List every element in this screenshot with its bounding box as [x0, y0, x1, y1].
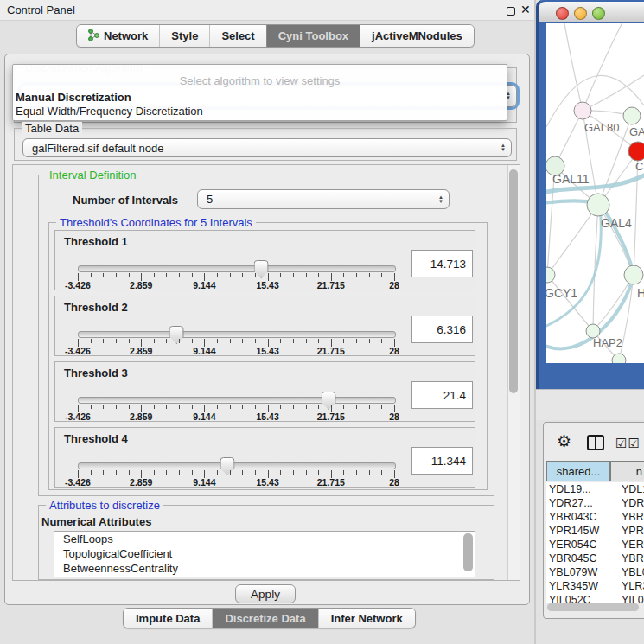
threshold-1-value-field[interactable]: 14.713 [411, 250, 473, 277]
close-icon[interactable]: ✕ [520, 3, 531, 16]
node-label: GAL4 [601, 216, 632, 230]
threshold-1-slider[interactable] [78, 265, 396, 272]
close-traffic-light-icon[interactable] [556, 7, 569, 20]
tab-style[interactable]: Style [159, 25, 209, 47]
table-panel-titlebar: Table Panel [536, 389, 644, 420]
apply-button[interactable]: Apply [235, 584, 296, 603]
threshold-4-slider[interactable] [78, 462, 396, 469]
dropdown-item-manual-discretization[interactable]: Manual Discretization [16, 91, 131, 105]
gear-icon[interactable]: ⚙ [557, 431, 571, 451]
node-label: H [637, 286, 644, 300]
list-item[interactable]: TopologicalCoefficient [54, 546, 475, 561]
tab-cyni-toolbox[interactable]: Cyni Toolbox [266, 25, 360, 47]
split-columns-icon[interactable] [587, 435, 604, 453]
slider-scale-labels: -3.4262.8599.14415.4321.71528 [78, 346, 394, 356]
node-label: C [635, 160, 643, 173]
threshold-4-value-field[interactable]: 11.344 [411, 447, 473, 475]
network-node[interactable] [623, 107, 641, 124]
table-row[interactable]: YBL079WYBL0 [546, 565, 644, 579]
threshold-2-label: Threshold 2 [64, 301, 128, 314]
threshold-3-label: Threshold 3 [64, 367, 128, 379]
bottom-tab-bar: Impute Data Discretize Data Infer Networ… [123, 608, 416, 628]
column-header-shared[interactable]: shared... [546, 461, 610, 481]
threshold-3-value-field[interactable]: 21.4 [411, 381, 473, 409]
slider-scale-labels: -3.4262.8599.14415.4321.71528 [78, 477, 394, 488]
network-node-gal80[interactable] [574, 102, 591, 119]
vertical-scrollbar-thumb[interactable] [509, 169, 518, 393]
table-row[interactable]: YBR043CYBR0 [546, 510, 644, 524]
threshold-1-label: Threshold 1 [64, 235, 128, 248]
node-label: HAP2 [593, 336, 622, 349]
interval-definition-title: Interval Definition [46, 169, 139, 182]
horizontal-scrollbar-thumb[interactable] [547, 603, 639, 611]
threshold-4-panel: Threshold 4 -3.4262.8599.14415.4321.7152… [54, 427, 475, 488]
network-icon [88, 29, 99, 44]
combo-arrows-icon: ▲▼ [433, 195, 449, 204]
zoom-traffic-light-icon[interactable] [592, 7, 605, 20]
table-row[interactable]: YDR27...YDR2 [546, 496, 644, 510]
column-header-name[interactable]: n [610, 461, 644, 481]
table-data-title: Table Data [22, 122, 82, 135]
control-panel-title: Control Panel [7, 3, 75, 16]
table-row[interactable]: YBR045CYBR0 [546, 552, 644, 565]
dropdown-hint: Select algorithm to view settings [13, 74, 507, 87]
network-node[interactable] [624, 265, 643, 284]
node-label: GA [629, 125, 644, 138]
table-row[interactable]: YLR345WYLR3 [546, 579, 644, 593]
float-window-icon[interactable] [507, 7, 515, 16]
threshold-1-panel: Threshold 1 -3.4262.8599.14415.4321.7152… [54, 230, 475, 290]
network-node-gal4[interactable] [587, 194, 609, 216]
algorithm-dropdown-popup: Select algorithm to view settings Manual… [12, 64, 507, 121]
number-of-intervals-label: Number of Intervals [73, 194, 178, 207]
list-item[interactable]: BetweennessCentrality [54, 561, 475, 576]
checkbox-icons[interactable]: ☑☑ [615, 436, 641, 451]
control-panel-titlebar: Control Panel ✕ [0, 0, 534, 21]
threshold-3-slider[interactable] [78, 397, 396, 404]
top-tab-bar: Network Style Select Cyni Toolbox jActiv… [76, 24, 475, 48]
screen: Control Panel ✕ Network Style Select Cyn… [0, 0, 644, 644]
node-label: GCY1 [546, 286, 577, 300]
network-graph: GAL80 GA C GAL11 GAL4 GCY1 H HAP2 [546, 23, 644, 363]
threshold-4-label: Threshold 4 [64, 432, 128, 445]
thresholds-group-title: Threshold's Coordinates for 5 Intervals [56, 216, 256, 229]
number-of-intervals-combobox[interactable]: 5 ▲▼ [197, 189, 450, 209]
node-label: GAL80 [584, 121, 619, 134]
table-data-combobox[interactable]: galFiltered.sif default node ▲▼ [22, 138, 512, 157]
table-row[interactable]: YDL19...YDL1 [546, 482, 644, 496]
tab-network[interactable]: Network [77, 25, 159, 47]
node-table[interactable]: YDL19...YDL1 YDR27...YDR2 YBR043CYBR0 YP… [546, 482, 644, 603]
table-row[interactable]: YPR145WYPR1 [546, 524, 644, 538]
tab-discretize-data[interactable]: Discretize Data [212, 609, 317, 628]
minimize-traffic-light-icon[interactable] [574, 7, 587, 20]
dropdown-item-equal-width-frequency[interactable]: Equal Width/Frequency Discretization [16, 105, 203, 118]
combo-arrows-icon: ▲▼ [495, 143, 511, 152]
threshold-2-panel: Threshold 2 -3.4262.8599.14415.4321.7152… [54, 296, 475, 356]
table-row[interactable]: YIL052CYIL0 [546, 593, 644, 603]
table-row[interactable]: YER054CYER0 [546, 538, 644, 552]
numerical-attributes-list[interactable]: SelfLoops TopologicalCoefficient Between… [54, 531, 475, 577]
attributes-group-title: Attributes to discretize [46, 499, 163, 512]
slider-scale-labels: -3.4262.8599.14415.4321.71528 [78, 280, 394, 290]
network-node-gcy1[interactable] [546, 267, 555, 283]
node-label: GAL11 [552, 172, 590, 186]
tab-jactivemnodules[interactable]: jActiveMNodules [360, 25, 474, 47]
network-node[interactable] [612, 354, 626, 363]
list-scrollbar-thumb[interactable] [463, 533, 473, 571]
network-window-titlebar[interactable] [539, 2, 644, 22]
list-item[interactable]: SelfLoops [54, 532, 475, 546]
network-node-selected-red[interactable] [628, 142, 644, 161]
tab-infer-network[interactable]: Infer Network [318, 609, 415, 628]
tab-select[interactable]: Select [209, 25, 265, 47]
slider-scale-labels: -3.4262.8599.14415.4321.71528 [78, 411, 394, 422]
threshold-2-value-field[interactable]: 6.316 [411, 316, 473, 343]
network-canvas[interactable]: GAL80 GA C GAL11 GAL4 GCY1 H HAP2 [546, 23, 644, 363]
tab-impute-data[interactable]: Impute Data [124, 609, 212, 628]
numerical-attributes-label: Numerical Attributes [41, 515, 151, 528]
threshold-3-panel: Threshold 3 -3.4262.8599.14415.4321.7152… [54, 361, 475, 422]
threshold-2-slider[interactable] [78, 331, 396, 338]
